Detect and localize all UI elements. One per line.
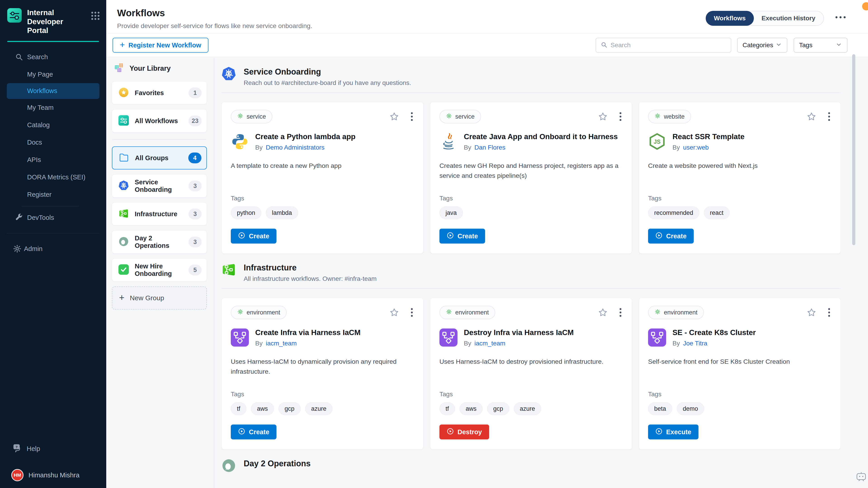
sidebar-item-label: Admin <box>24 245 42 253</box>
new-group-button[interactable]: + New Group <box>112 287 207 310</box>
more-options-icon[interactable] <box>835 16 846 18</box>
kind-chip[interactable]: service <box>439 110 481 123</box>
workflow-title: Create Infra via Harness IaCM <box>255 328 361 337</box>
workflow-title: Create a Python lambda app <box>255 132 355 141</box>
section-title: Day 2 Operations <box>244 459 311 468</box>
sidebar-item-docs[interactable]: Docs <box>0 134 106 151</box>
library-item-all-groups[interactable]: All Groups 4 <box>112 147 207 169</box>
library-item-infrastructure[interactable]: Infrastructure 3 <box>112 202 207 225</box>
card-menu-button[interactable] <box>410 307 414 318</box>
star-circle-icon <box>119 87 129 98</box>
workflow-card-se-create-k8s-cluster: environment SE - Create K8s Cluster By J… <box>639 298 841 450</box>
help-button[interactable]: ? Help <box>0 441 106 457</box>
search-input[interactable] <box>611 41 726 49</box>
favorite-star-button[interactable] <box>389 307 399 318</box>
gear-icon <box>237 113 243 121</box>
register-new-workflow-button[interactable]: + Register New Workflow <box>113 38 209 53</box>
create-button[interactable]: Create <box>648 229 694 243</box>
workflow-title: React SSR Template <box>673 132 745 141</box>
kind-chip[interactable]: environment <box>439 306 495 319</box>
create-button[interactable]: Create <box>231 229 276 243</box>
owner-link[interactable]: Dan Flores <box>474 144 505 151</box>
sidebar-item-devtools[interactable]: DevTools <box>0 209 106 226</box>
tags-label: Tags <box>231 391 414 398</box>
count-badge: 5 <box>188 265 202 275</box>
tag-pill: azure <box>305 402 333 415</box>
owner-link[interactable]: iacm_team <box>266 340 297 347</box>
create-button[interactable]: Create <box>439 229 485 243</box>
sidebar-item-catalog[interactable]: Catalog <box>0 116 106 134</box>
play-circle-icon <box>655 428 662 436</box>
create-button[interactable]: Create <box>231 424 276 440</box>
tag-pill: tf <box>231 402 246 415</box>
check-icon <box>119 264 129 275</box>
tag-pill: gcp <box>278 402 301 415</box>
favorite-star-button[interactable] <box>807 307 816 318</box>
tab-workflows[interactable]: Workflows <box>706 11 754 26</box>
apps-grid-icon[interactable] <box>91 12 99 20</box>
owner-link[interactable]: Demo Administrators <box>266 144 324 151</box>
sidebar-item-admin[interactable]: Admin <box>0 240 106 258</box>
library-item-label: New Hire Onboarding <box>135 263 183 278</box>
card-menu-button[interactable] <box>410 111 414 122</box>
favorite-star-button[interactable] <box>807 111 816 122</box>
kind-chip-label: service <box>455 113 475 120</box>
action-label: Create <box>249 428 269 436</box>
kind-chip[interactable]: environment <box>648 306 704 319</box>
owner-link[interactable]: Joe Titra <box>683 340 707 347</box>
gear-icon <box>237 308 243 317</box>
action-label: Create <box>458 232 478 240</box>
sidebar-item-workflows[interactable]: Workflows <box>7 83 99 99</box>
library-item-service-onboarding[interactable]: Service Onboarding 3 <box>112 174 207 197</box>
execute-button[interactable]: Execute <box>648 424 699 440</box>
kind-chip-label: environment <box>664 309 698 316</box>
library-item-all-workflows[interactable]: All Workflows 23 <box>112 109 207 132</box>
by-label: By <box>464 144 471 151</box>
card-menu-button[interactable] <box>618 111 623 122</box>
assistant-chat-icon[interactable] <box>856 471 867 483</box>
tags-dropdown[interactable]: Tags <box>794 38 847 53</box>
favorite-star-button[interactable] <box>389 111 399 122</box>
kind-chip[interactable]: website <box>648 110 691 123</box>
tag-pill: aws <box>251 402 274 415</box>
kind-chip[interactable]: service <box>231 110 272 123</box>
sidebar-item-dora-metrics-sei[interactable]: DORA Metrics (SEI) <box>0 168 106 186</box>
kind-chip[interactable]: environment <box>231 306 287 319</box>
section-subtitle: Reach out to #architecture-board if you … <box>244 79 411 87</box>
user-menu[interactable]: HM Himanshu Mishra <box>0 466 106 484</box>
search-field <box>596 38 731 53</box>
card-menu-button[interactable] <box>827 111 831 122</box>
owner-link[interactable]: user:web <box>683 144 709 151</box>
favorite-star-button[interactable] <box>598 111 608 122</box>
library-item-day-2-operations[interactable]: Day 2 Operations 3 <box>112 230 207 254</box>
tag-pill: azure <box>514 402 541 415</box>
library-item-new-hire-onboarding[interactable]: New Hire Onboarding 5 <box>112 258 207 282</box>
sidebar-item-apis[interactable]: APIs <box>0 151 106 168</box>
library-item-label: Day 2 Operations <box>135 234 183 250</box>
sidebar-item-search[interactable]: Search <box>0 48 106 66</box>
gear-icon <box>446 113 452 121</box>
destroy-button[interactable]: Destroy <box>439 424 489 440</box>
sidebar-item-register[interactable]: Register <box>0 186 106 203</box>
sidebar-item-label: DORA Metrics (SEI) <box>27 173 86 181</box>
categories-dropdown[interactable]: Categories <box>737 38 787 53</box>
owner-link[interactable]: iacm_team <box>474 340 505 347</box>
portal-title: Internal Developer Portal <box>27 8 81 35</box>
favorite-star-button[interactable] <box>598 307 608 318</box>
kubernetes-icon <box>119 180 129 192</box>
tab-execution-history[interactable]: Execution History <box>753 11 824 26</box>
tag-pill: beta <box>648 402 672 415</box>
kind-chip-label: environment <box>247 309 280 316</box>
card-menu-button[interactable] <box>827 307 831 318</box>
sidebar-item-my-page[interactable]: My Page <box>0 66 106 83</box>
panel-divider <box>214 58 214 488</box>
tags-label: Tags <box>231 195 414 202</box>
card-menu-button[interactable] <box>618 307 623 318</box>
sidebar: Internal Developer Portal SearchMy PageW… <box>0 0 106 488</box>
sidebar-item-my-team[interactable]: My Team <box>0 99 106 116</box>
new-group-label: New Group <box>130 294 164 302</box>
scrollbar-thumb[interactable] <box>852 54 855 245</box>
count-badge: 3 <box>188 181 202 191</box>
workflow-title: Create Java App and Onboard it to Harnes… <box>464 132 618 141</box>
library-item-favorites[interactable]: Favorites 1 <box>112 81 207 104</box>
